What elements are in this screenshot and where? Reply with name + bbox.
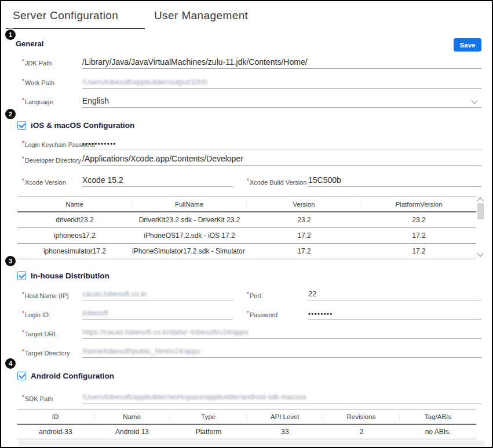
- scroll-down-icon[interactable]: [477, 250, 483, 256]
- table-row[interactable]: android-33 Android 13 Platform 33 2 no A…: [17, 425, 476, 439]
- port-input[interactable]: 22: [308, 288, 481, 300]
- column-header: Tag/ABIs: [400, 413, 476, 420]
- target-directory-label: *Target Directory: [22, 350, 70, 357]
- target-directory-input[interactable]: /home/tobesoft/public_html/v24/apps: [82, 346, 481, 358]
- password-input[interactable]: ••••••••: [308, 307, 481, 320]
- xcode-version-label: *Xcode Version: [22, 179, 66, 186]
- required-asterisk: *: [22, 394, 24, 401]
- table-cell: iphonesimulator17.2: [17, 247, 132, 255]
- column-header: FullName: [132, 201, 247, 208]
- ios-table-scrollbar[interactable]: [476, 196, 485, 259]
- xcode-build-version-input[interactable]: 15C500b: [308, 174, 481, 187]
- target-url-input[interactable]: https://cacao.tobesoft.co.kr/data/~tobes…: [82, 326, 481, 339]
- table-cell: iphoneos17.2: [17, 232, 132, 240]
- table-row[interactable]: iphoneos17.2 iPhoneOS17.2.sdk - iOS 17.2…: [17, 228, 476, 244]
- android-sdk-table: ID Name Type API Level Revisions Tag/ABI…: [17, 409, 476, 439]
- language-label: *Language: [22, 98, 53, 105]
- table-cell: 17.2: [247, 232, 361, 240]
- jdk-path-label: *JDK Path: [22, 60, 52, 67]
- table-cell: Android 13: [94, 428, 170, 436]
- section-title-ios-macos: iOS & macOS Configuration: [31, 121, 134, 130]
- required-asterisk: *: [22, 348, 24, 355]
- section-title-general: General: [16, 39, 43, 48]
- step-badge-2: 2: [5, 109, 16, 119]
- host-name-label: *Host Name (IP): [22, 292, 69, 299]
- ios-sdk-table: Name FullName Version PlatformVersion dr…: [17, 196, 476, 259]
- android-sdk-table-header: ID Name Type API Level Revisions Tag/ABI…: [17, 409, 476, 425]
- column-header: ID: [17, 413, 94, 420]
- work-path-label: *Work Path: [22, 79, 54, 86]
- table-cell: 2: [323, 428, 400, 436]
- password-label: *Password: [247, 311, 277, 318]
- active-tab-underline: [6, 28, 145, 29]
- ios-macos-checkbox[interactable]: [17, 121, 26, 130]
- host-name-input[interactable]: cacao.tobesoft.co.kr: [82, 288, 233, 300]
- table-cell: 17.2: [361, 232, 476, 240]
- scrollbar-thumb[interactable]: [477, 203, 484, 219]
- login-id-label: *Login ID: [22, 311, 49, 318]
- required-asterisk: *: [22, 78, 24, 85]
- table-cell: android-33: [17, 428, 94, 436]
- ios-sdk-table-header: Name FullName Version PlatformVersion: [17, 196, 476, 212]
- section-title-android: Android Configuration: [31, 372, 114, 380]
- sdk-path-input[interactable]: /Users/tobesoft/appbuilder/workspace/app…: [82, 391, 481, 403]
- column-header: Name: [17, 201, 132, 208]
- jdk-path-input[interactable]: /Library/Java/JavaVirtualMachines/zulu-1…: [82, 56, 481, 69]
- required-asterisk: *: [22, 156, 24, 162]
- developer-directory-label: *Developer Directory: [22, 157, 81, 164]
- required-asterisk: *: [22, 310, 24, 317]
- android-configuration-checkbox[interactable]: [17, 372, 26, 380]
- horizontal-scrollbar[interactable]: [19, 440, 485, 447]
- table-cell: 23.2: [247, 216, 361, 224]
- required-asterisk: *: [22, 291, 24, 298]
- column-header: Type: [170, 413, 247, 420]
- table-cell: driverkit23.2: [17, 216, 132, 224]
- developer-directory-input[interactable]: /Applications/Xcode.app/Contents/Develop…: [82, 153, 481, 166]
- required-asterisk: *: [22, 329, 24, 336]
- column-header: PlatformVersion: [361, 201, 476, 208]
- column-header: API Level: [247, 413, 323, 420]
- port-label: *Port: [247, 292, 261, 299]
- xcode-version-input[interactable]: Xcode 15.2: [82, 174, 233, 187]
- table-cell: DriverKit23.2.sdk - DriverKit 23.2: [132, 216, 247, 224]
- inhouse-distribution-checkbox[interactable]: [17, 271, 26, 280]
- required-asterisk: *: [247, 291, 249, 298]
- tab-user-management[interactable]: User Management: [154, 9, 248, 22]
- table-cell: 17.2: [361, 247, 476, 255]
- required-asterisk: *: [22, 178, 24, 184]
- step-badge-1: 1: [5, 30, 16, 40]
- table-row[interactable]: iphonesimulator17.2 iPhoneSimulator17.2.…: [17, 244, 476, 259]
- keychain-password-input[interactable]: •••••••••••: [82, 137, 481, 149]
- table-cell: 17.2: [247, 247, 361, 255]
- required-asterisk: *: [22, 140, 24, 146]
- work-path-input[interactable]: /Users/tobesoft/appbuilder/output/10n0: [82, 76, 481, 89]
- target-url-label: *Target URL: [22, 331, 57, 337]
- step-badge-3: 3: [5, 256, 16, 266]
- table-cell: iPhoneSimulator17.2.sdk - Simulator - iC: [132, 247, 247, 255]
- login-id-input[interactable]: tobesoft: [82, 307, 233, 320]
- xcode-build-version-label: *Xcode Build Version: [247, 179, 306, 186]
- column-header: Version: [247, 201, 361, 208]
- table-cell: 23.2: [361, 216, 476, 224]
- table-cell: no ABIs.: [400, 428, 476, 436]
- required-asterisk: *: [247, 310, 249, 317]
- step-badge-4: 4: [5, 358, 16, 369]
- table-row[interactable]: driverkit23.2 DriverKit23.2.sdk - Driver…: [17, 212, 476, 228]
- required-asterisk: *: [22, 97, 24, 104]
- required-asterisk: *: [247, 178, 249, 184]
- save-button[interactable]: Save: [454, 38, 481, 52]
- required-asterisk: *: [22, 58, 24, 65]
- table-cell: Platform: [170, 428, 247, 436]
- table-cell: iPhoneOS17.2.sdk - iOS 17.2: [132, 232, 247, 240]
- section-title-inhouse: In-house Distribution: [31, 271, 109, 280]
- table-cell: 33: [247, 428, 323, 436]
- column-header: Revisions: [323, 413, 400, 420]
- server-configuration-page: Server Configuration User Management 1 G…: [0, 0, 493, 448]
- tab-server-configuration[interactable]: Server Configuration: [13, 9, 118, 22]
- sdk-path-label: *SDK Path: [22, 395, 53, 402]
- language-select[interactable]: English: [82, 95, 481, 108]
- column-header: Name: [94, 413, 170, 420]
